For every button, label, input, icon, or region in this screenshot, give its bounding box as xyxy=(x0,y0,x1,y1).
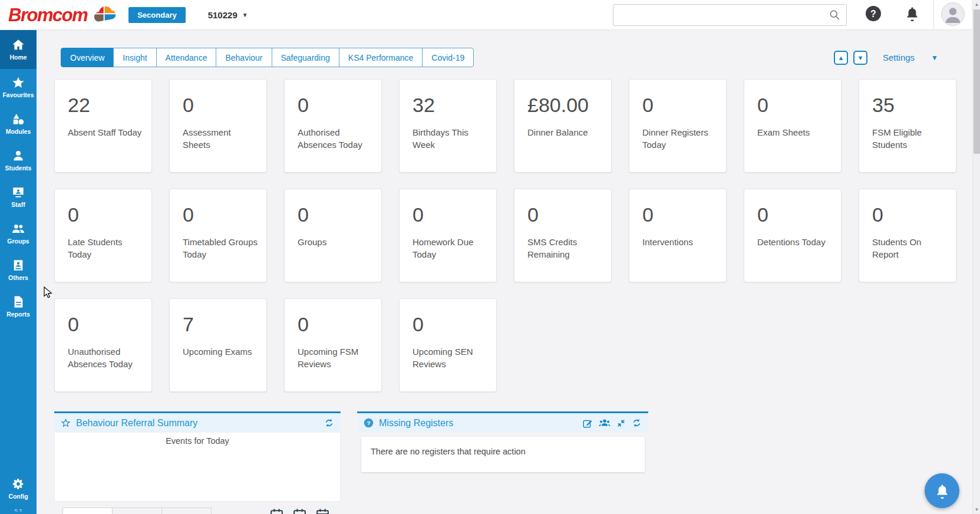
stat-value: 0 xyxy=(642,203,718,226)
stat-card[interactable]: £80.00Dinner Balance xyxy=(514,79,612,173)
cloud-logo-icon xyxy=(92,5,117,25)
tab-behaviour[interactable]: Behaviour xyxy=(216,48,272,67)
widgets-row: Behaviour Referral Summary Events for To… xyxy=(54,411,972,514)
tab-covid-19[interactable]: Covid-19 xyxy=(422,48,474,67)
stat-card[interactable]: 0Exam Sheets xyxy=(744,79,842,173)
stat-card[interactable]: 0Upcoming SEN Reviews xyxy=(399,298,497,392)
staff-icon xyxy=(12,186,25,199)
school-id-dropdown[interactable]: 510229 ▼ xyxy=(208,10,248,20)
main-content: OverviewInsightAttendanceBehaviourSafegu… xyxy=(37,30,972,514)
widget-title: Missing Registers xyxy=(379,418,582,429)
missing-registers-widget: ? Missing Registers xyxy=(357,411,648,472)
stat-card[interactable]: 0Assessment Sheets xyxy=(169,79,267,173)
tab-overview[interactable]: Overview xyxy=(61,48,114,67)
filter-neutral-button[interactable]: Neutral xyxy=(161,508,212,514)
stat-card[interactable]: 0Upcoming FSM Reviews xyxy=(284,298,382,392)
dashboard-tabs: OverviewInsightAttendanceBehaviourSafegu… xyxy=(61,48,474,67)
sidebar-item-groups[interactable]: Groups xyxy=(0,215,37,252)
stat-label: Authorised Absences Today xyxy=(298,126,373,151)
tab-ks4-performance[interactable]: KS4 Performance xyxy=(339,48,423,67)
collapse-icon[interactable] xyxy=(616,419,626,428)
sidebar-item-reports[interactable]: Reports xyxy=(0,288,37,325)
sidebar-nav: HomeFavouritesModulesStudentsStaffGroups… xyxy=(0,30,37,514)
home-icon xyxy=(12,38,25,51)
sidebar-item-students[interactable]: Students xyxy=(0,142,37,179)
help-circle-icon[interactable]: ? xyxy=(364,418,374,428)
settings-link[interactable]: Settings xyxy=(883,52,915,62)
people-icon[interactable] xyxy=(599,418,611,429)
stat-label: Unauthorised Absences Today xyxy=(68,345,143,370)
favourite-star-icon[interactable] xyxy=(61,418,71,428)
sidebar-item-config[interactable]: Config xyxy=(0,470,37,507)
behaviour-referral-summary-widget: Behaviour Referral Summary Events for To… xyxy=(54,411,341,514)
stat-label: Upcoming FSM Reviews xyxy=(298,345,373,370)
stat-label: Exam Sheets xyxy=(757,126,833,139)
stat-card[interactable]: 0Timetabled Groups Today xyxy=(169,189,267,282)
sidebar-item-home[interactable]: Home xyxy=(0,30,37,69)
search-box xyxy=(613,4,847,26)
dashboard-controls: ▲ ▼ Settings ▼ xyxy=(834,51,938,65)
sidebar-item-others[interactable]: Others xyxy=(0,252,37,288)
stat-card[interactable]: 0Dinner Registers Today xyxy=(629,79,727,173)
search-input[interactable] xyxy=(613,4,847,26)
stat-label: Homework Due Today xyxy=(413,236,488,261)
phase-badge[interactable]: Secondary xyxy=(128,7,185,23)
stat-card[interactable]: 0Late Students Today xyxy=(54,189,152,282)
stat-card[interactable]: 35FSM Eligible Students xyxy=(859,79,956,173)
stat-card[interactable]: 0Students On Report xyxy=(859,189,956,282)
refresh-icon[interactable] xyxy=(632,418,642,428)
sidebar-item-label: Config xyxy=(8,493,28,500)
stat-card[interactable]: 0Homework Due Today xyxy=(399,189,497,282)
scroll-up-arrow[interactable]: ▲ xyxy=(973,0,980,9)
tab-attendance[interactable]: Attendance xyxy=(156,48,217,67)
user-avatar[interactable] xyxy=(941,2,965,26)
tab-insight[interactable]: Insight xyxy=(113,48,156,67)
filter-positive-button[interactable]: Positive xyxy=(112,508,162,514)
calendar-week-icon[interactable] xyxy=(292,508,307,514)
sidebar-item-favourites[interactable]: Favourites xyxy=(0,69,37,106)
search-icon[interactable] xyxy=(829,9,841,24)
tab-safeguarding[interactable]: Safeguarding xyxy=(272,48,339,67)
others-icon xyxy=(12,259,25,272)
stat-card[interactable]: 22Absent Staff Today xyxy=(54,79,152,173)
stat-card[interactable]: 32Birthdays This Week xyxy=(399,79,497,173)
stat-card[interactable]: 0Groups xyxy=(284,189,382,282)
scroll-down-arrow[interactable]: ▼ xyxy=(973,505,980,514)
filter-negative-button[interactable]: Negative xyxy=(62,508,113,514)
stat-value: 0 xyxy=(757,203,833,226)
stat-label: Students On Report xyxy=(872,236,948,261)
notifications-bell-icon[interactable] xyxy=(905,6,919,21)
sidebar-item-modules[interactable]: Modules xyxy=(0,106,37,142)
help-icon[interactable]: ? xyxy=(865,5,882,22)
calendar-month-icon[interactable] xyxy=(315,508,330,514)
behaviour-widget-footer: NegativePositiveNeutral xyxy=(54,508,341,514)
stat-card[interactable]: 7Upcoming Exams xyxy=(169,298,267,392)
edit-icon[interactable] xyxy=(582,418,593,429)
stat-card[interactable]: 0Detentions Today xyxy=(744,189,842,282)
stat-value: 0 xyxy=(757,94,833,117)
groups-icon xyxy=(12,222,25,235)
settings-caret-icon[interactable]: ▼ xyxy=(931,54,938,62)
page-scrollbar[interactable]: ▲ ▼ xyxy=(972,0,980,514)
stat-card[interactable]: 0SMS Credits Remaining xyxy=(514,189,612,282)
stat-value: 32 xyxy=(413,94,488,117)
move-down-button[interactable]: ▼ xyxy=(853,51,867,65)
stat-card[interactable]: 0Unauthorised Absences Today xyxy=(54,298,152,392)
calendar-check-icon[interactable] xyxy=(269,508,284,514)
stat-value: 0 xyxy=(298,94,373,117)
stat-label: Upcoming SEN Reviews xyxy=(413,345,488,370)
move-up-button[interactable]: ▲ xyxy=(834,51,848,65)
notifications-fab-button[interactable] xyxy=(925,473,959,508)
stat-value: £80.00 xyxy=(527,94,603,117)
stat-label: Upcoming Exams xyxy=(183,345,258,358)
stats-grid: 22Absent Staff Today0Assessment Sheets0A… xyxy=(54,79,972,392)
stat-value: 0 xyxy=(413,203,488,226)
bromcom-logo[interactable]: Bromcom xyxy=(8,5,117,25)
stat-card[interactable]: 0Authorised Absences Today xyxy=(284,79,382,173)
stat-value: 7 xyxy=(183,313,258,336)
refresh-icon[interactable] xyxy=(324,418,334,428)
scrollbar-thumb[interactable] xyxy=(974,9,980,154)
top-bar: Bromcom Secondary 510229 ▼ ? xyxy=(0,0,972,30)
stat-card[interactable]: 0Interventions xyxy=(629,189,727,282)
sidebar-item-staff[interactable]: Staff xyxy=(0,179,37,215)
